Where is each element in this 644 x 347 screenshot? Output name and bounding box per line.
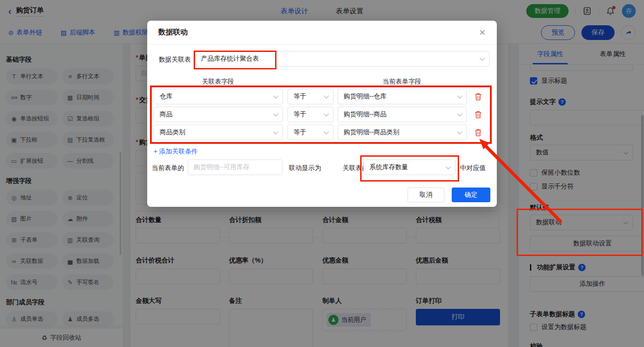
operator-select[interactable]: 等于: [288, 89, 334, 104]
relation-value-field-select[interactable]: 系统库存数量: [363, 159, 455, 175]
chevron-down-icon: [273, 93, 278, 98]
form-field-select[interactable]: 购货明细--商品类别: [338, 125, 467, 140]
chevron-down-icon: [457, 129, 462, 134]
current-form-field-input: 购货明细--可用库存: [188, 159, 282, 175]
delete-condition-icon[interactable]: [475, 93, 482, 101]
close-icon[interactable]: ✕: [479, 28, 486, 38]
operator-select[interactable]: 等于: [288, 107, 334, 122]
chevron-down-icon: [273, 111, 278, 116]
condition-row: 商品类别 等于 购货明细--商品类别: [154, 125, 482, 140]
suffix-label: 中对应值: [460, 164, 486, 172]
modal-title: 数据联动: [158, 28, 188, 37]
form-field-select[interactable]: 购货明细--仓库: [338, 89, 467, 104]
add-condition-link[interactable]: + 添加关联条件: [154, 148, 198, 156]
cancel-button[interactable]: 取消: [408, 188, 444, 202]
relation-field-select[interactable]: 商品类别: [154, 125, 283, 140]
link-display-label: 联动显示为: [289, 164, 321, 172]
form-designer-page: ‹ 购货订单 表单设计 表单设置 数据管理 存 ⊘ 表单外链: [0, 0, 644, 347]
relation-table-select[interactable]: 产品库存统计聚合表: [195, 51, 489, 67]
delete-condition-icon[interactable]: [475, 111, 482, 119]
relation-table-label: 数据关联表: [159, 56, 191, 64]
column-header-form-field: 当前表单字段: [356, 78, 448, 86]
condition-row: 商品 等于 购货明细--商品: [154, 107, 482, 122]
chevron-down-icon: [324, 111, 329, 116]
confirm-button[interactable]: 确定: [452, 188, 490, 202]
chevron-down-icon: [480, 56, 485, 61]
chevron-down-icon: [457, 111, 462, 116]
relation-field-select[interactable]: 商品: [154, 107, 283, 122]
chevron-down-icon: [457, 93, 462, 98]
relation-field-select[interactable]: 仓库: [154, 89, 283, 104]
chevron-down-icon: [324, 93, 329, 98]
condition-row: 仓库 等于 购货明细--仓库: [154, 89, 482, 104]
chevron-down-icon: [446, 164, 451, 169]
delete-condition-icon[interactable]: [475, 129, 482, 137]
current-form-prefix: 当前表单的: [152, 164, 184, 172]
data-linkage-modal: 数据联动 ✕ 数据关联表 产品库存统计聚合表 关联表字段 当前表单字段 仓库 等…: [147, 21, 497, 207]
column-header-relation-field: 关联表字段: [172, 78, 264, 86]
chevron-down-icon: [324, 129, 329, 134]
operator-select[interactable]: 等于: [288, 125, 334, 140]
form-field-select[interactable]: 购货明细--商品: [338, 107, 467, 122]
chevron-down-icon: [273, 129, 278, 134]
